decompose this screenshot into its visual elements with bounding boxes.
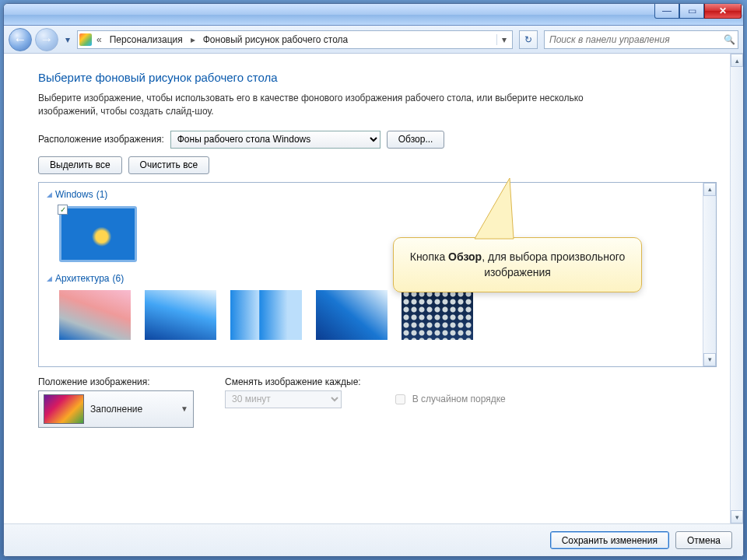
page-scrollbar[interactable]: ▴ ▾ bbox=[730, 54, 743, 523]
group-count: (6) bbox=[113, 273, 124, 284]
page-title: Выберите фоновый рисунок рабочего стола bbox=[38, 71, 717, 84]
scroll-up-icon[interactable]: ▴ bbox=[703, 183, 716, 196]
wallpaper-thumb[interactable] bbox=[145, 290, 216, 340]
browse-button[interactable]: Обзор... bbox=[387, 131, 445, 149]
window-close-button[interactable]: ✕ bbox=[704, 3, 742, 19]
shuffle-checkbox bbox=[395, 394, 405, 404]
back-button[interactable]: ← bbox=[9, 28, 32, 51]
wallpaper-thumb[interactable] bbox=[402, 290, 473, 340]
content-area: ▴ ▾ Выберите фоновый рисунок рабочего ст… bbox=[4, 54, 743, 523]
search-box[interactable]: 🔍 bbox=[544, 30, 738, 49]
interval-label: Сменять изображение каждые: bbox=[225, 376, 361, 387]
collapse-icon: ◢ bbox=[47, 275, 52, 282]
wallpaper-thumb[interactable] bbox=[59, 290, 131, 340]
control-panel-icon bbox=[79, 33, 92, 46]
position-label: Положение изображения: bbox=[38, 376, 194, 387]
group-name: Windows bbox=[55, 189, 93, 200]
address-bar[interactable]: « Персонализация ▸ Фоновый рисунок рабоч… bbox=[77, 30, 513, 49]
position-preview-icon bbox=[44, 394, 84, 424]
titlebar: — ▭ ✕ bbox=[4, 4, 743, 26]
group-count: (1) bbox=[96, 189, 108, 200]
address-dropdown[interactable]: ▾ bbox=[496, 34, 510, 45]
shuffle-label: В случайном порядке bbox=[412, 394, 506, 404]
cancel-button[interactable]: Отмена bbox=[675, 531, 732, 549]
collapse-icon: ◢ bbox=[47, 191, 52, 198]
location-select[interactable]: Фоны рабочего стола Windows bbox=[170, 131, 381, 149]
callout-tail-icon bbox=[467, 178, 529, 240]
window-maximize-button[interactable]: ▭ bbox=[679, 3, 704, 19]
group-name: Архитектура bbox=[55, 273, 110, 284]
svg-marker-0 bbox=[475, 178, 514, 239]
wallpaper-thumb[interactable]: ✓ bbox=[59, 206, 137, 262]
window: — ▭ ✕ ← → ▾ « Персонализация ▸ Фоновый р… bbox=[3, 3, 744, 557]
checkbox-icon[interactable]: ✓ bbox=[58, 205, 68, 215]
scroll-down-icon[interactable]: ▾ bbox=[703, 353, 716, 366]
chevron-left-icon: « bbox=[95, 34, 103, 45]
location-label: Расположение изображения: bbox=[38, 134, 164, 145]
wallpaper-thumb[interactable] bbox=[230, 290, 302, 340]
chevron-right-icon: ▸ bbox=[189, 34, 197, 45]
position-value: Заполнение bbox=[90, 404, 142, 415]
interval-select: 30 минут bbox=[225, 390, 342, 408]
clear-all-button[interactable]: Очистить все bbox=[128, 156, 209, 174]
annotation-callout: Кнопка Обзор, для выбора произвольного и… bbox=[393, 237, 642, 292]
scroll-up-icon[interactable]: ▴ bbox=[731, 54, 743, 67]
breadcrumb-item[interactable]: Персонализация bbox=[107, 34, 186, 45]
gallery-scrollbar[interactable]: ▴ ▾ bbox=[703, 183, 716, 366]
wallpaper-thumb[interactable] bbox=[316, 290, 388, 340]
group-header[interactable]: ◢ Windows (1) bbox=[47, 187, 695, 201]
nav-history-dropdown[interactable]: ▾ bbox=[61, 28, 74, 51]
select-all-button[interactable]: Выделить все bbox=[38, 156, 122, 174]
refresh-button[interactable]: ↻ bbox=[519, 30, 538, 49]
scroll-down-icon[interactable]: ▾ bbox=[731, 510, 743, 523]
page-description: Выберите изображение, чтобы использовать… bbox=[38, 92, 630, 118]
window-minimize-button[interactable]: — bbox=[654, 3, 679, 19]
save-button[interactable]: Сохранить изменения bbox=[550, 531, 669, 549]
forward-button[interactable]: → bbox=[35, 28, 58, 51]
chevron-down-icon: ▼ bbox=[181, 404, 188, 413]
breadcrumb-item[interactable]: Фоновый рисунок рабочего стола bbox=[200, 34, 352, 45]
navigation-bar: ← → ▾ « Персонализация ▸ Фоновый рисунок… bbox=[4, 26, 743, 54]
search-input[interactable] bbox=[545, 34, 721, 45]
position-select[interactable]: Заполнение ▼ bbox=[38, 390, 194, 428]
footer: Сохранить изменения Отмена bbox=[4, 523, 743, 556]
search-icon: 🔍 bbox=[721, 34, 738, 45]
